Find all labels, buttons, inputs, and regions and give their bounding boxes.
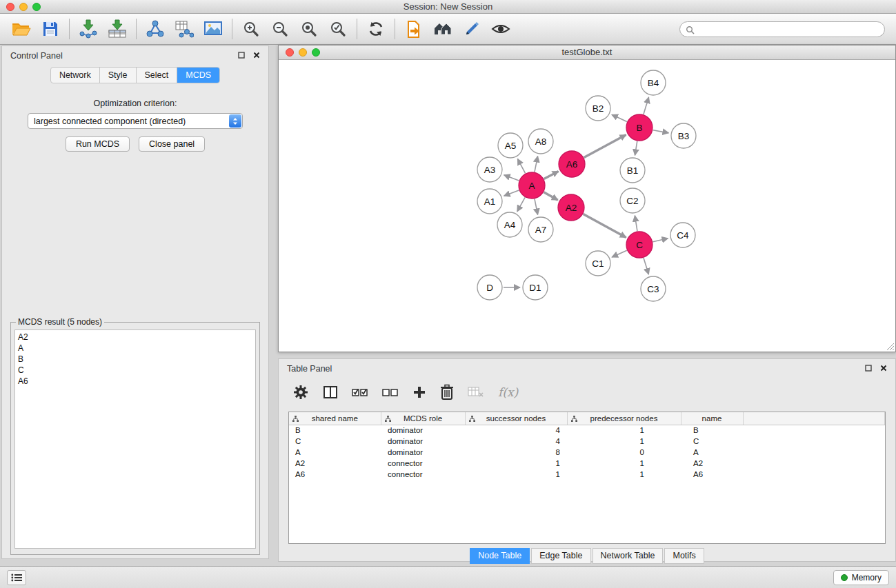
graph-edge-A-A3[interactable] [504,175,519,181]
node-table-cell[interactable]: 1 [567,458,681,469]
minimize-window-button[interactable] [19,3,28,11]
node-table-cell[interactable]: A6 [289,469,381,480]
graph-node-C1[interactable]: C1 [586,251,610,276]
graph-node-A3[interactable]: A3 [477,157,502,182]
column-header-predecessor-nodes[interactable]: predecessor nodes [567,412,681,425]
graph-edge-C-C4[interactable] [653,239,668,242]
graph-node-A[interactable]: A [519,172,545,199]
node-table-cell[interactable]: 1 [567,425,681,436]
clear-selection-button[interactable] [382,386,399,398]
equation-builder-button[interactable]: f(x) [498,385,518,399]
tab-select[interactable]: Select [137,68,178,83]
graph-node-C[interactable]: C [626,232,653,258]
mcds-result-item[interactable]: A2 [18,332,252,343]
new-network-button[interactable] [141,16,170,42]
node-table-cell[interactable]: B [289,425,381,436]
node-table-cell[interactable]: 1 [465,469,567,480]
graph-node-B4[interactable]: B4 [641,70,666,95]
zoom-selected-button[interactable] [323,16,352,42]
open-session-button[interactable] [7,16,36,42]
node-table-cell[interactable]: 8 [465,447,567,458]
graph-node-A7[interactable]: A7 [528,217,553,242]
graph-edge-B-B3[interactable] [653,130,669,133]
export-image-button[interactable] [199,16,228,42]
network-canvas[interactable]: B4B2BB3A5A8A6A3B1AC2A1A2A4A7C4CC1C3DD1 [279,60,895,352]
graph-edge-B-B1[interactable] [635,141,637,156]
first-neighbors-button[interactable] [399,16,428,42]
graph-node-A6[interactable]: A6 [559,151,585,177]
criterion-dropdown[interactable]: largest connected component (directed) [28,113,243,129]
graph-node-A5[interactable]: A5 [498,133,523,158]
tab-edge-table[interactable]: Edge Table [531,548,590,564]
tab-node-table[interactable]: Node Table [470,548,530,564]
import-table-button[interactable] [103,16,132,42]
node-table-cell[interactable]: A2 [289,458,381,469]
network-zoom-button[interactable] [312,48,320,57]
node-table-cell[interactable]: 1 [567,469,681,480]
zoom-fit-button[interactable] [295,16,323,42]
new-network-table-button[interactable] [170,16,199,42]
close-panel-icon[interactable] [253,51,260,61]
graph-node-A2[interactable]: A2 [558,194,584,221]
column-header-mcds-role[interactable]: MCDS role [381,412,465,425]
run-mcds-button[interactable]: Run MCDS [66,136,130,152]
node-table-row[interactable]: A2connector11A2 [289,458,885,469]
apply-layout-button[interactable] [361,16,390,42]
graph-edge-A-A2[interactable] [544,192,557,200]
node-table-cell[interactable]: dominator [381,436,465,447]
delete-columns-button[interactable] [440,384,454,401]
import-network-button[interactable] [74,16,103,42]
node-table-cell[interactable]: 1 [465,458,567,469]
node-table-cell[interactable]: dominator [381,425,465,436]
graph-node-A4[interactable]: A4 [497,212,522,237]
show-hide-button[interactable] [486,16,515,42]
close-window-button[interactable] [6,3,14,11]
node-table-cell[interactable]: 0 [567,447,681,458]
graph-node-A8[interactable]: A8 [528,129,553,154]
mcds-result-item[interactable]: C [18,365,252,376]
column-header-name[interactable]: name [681,412,743,425]
network-close-button[interactable] [286,48,294,57]
tab-network-table[interactable]: Network Table [593,548,664,564]
graph-edge-B-B2[interactable] [612,114,627,121]
graph-node-B3[interactable]: B3 [671,123,696,148]
graph-edge-A-A1[interactable] [504,190,519,196]
select-all-rows-button[interactable] [352,386,368,398]
memory-button[interactable]: Memory [833,570,889,585]
graph-edge-A2-C[interactable] [584,214,626,238]
graph-node-B[interactable]: B [626,114,653,141]
node-table-cell[interactable]: 4 [465,436,567,447]
float-table-panel-icon[interactable] [865,364,872,374]
graph-edge-A-A5[interactable] [517,159,525,173]
apply-style-button[interactable] [457,16,486,42]
show-all-networks-button[interactable] [428,16,457,42]
graph-edge-A-A6[interactable] [544,171,559,179]
graph-edge-A-A4[interactable] [517,197,525,211]
delete-table-button[interactable] [468,386,484,398]
node-table-cell[interactable]: 1 [567,436,681,447]
graph-node-B1[interactable]: B1 [620,158,645,183]
node-table-cell[interactable]: A2 [681,458,743,469]
zoom-out-button[interactable] [266,16,295,42]
graph-node-D1[interactable]: D1 [523,275,548,300]
close-panel-button[interactable]: Close panel [139,136,205,152]
graph-edge-C-C1[interactable] [612,250,627,257]
graph-edge-C-C2[interactable] [635,216,637,232]
tab-network[interactable]: Network [51,68,100,83]
mcds-result-list[interactable]: A2ABCA6 [14,330,256,549]
node-table-cell[interactable]: B [681,425,743,436]
zoom-in-button[interactable] [237,16,266,42]
resize-grip-icon[interactable] [886,343,895,351]
tab-style[interactable]: Style [100,68,137,83]
mcds-result-item[interactable]: A6 [18,376,252,387]
node-table-cell[interactable]: A [681,447,743,458]
graph-edge-B-B4[interactable] [644,97,649,114]
node-table-cell[interactable]: connector [381,469,465,480]
graph-edge-A-A7[interactable] [535,199,538,215]
network-graph[interactable]: B4B2BB3A5A8A6A3B1AC2A1A2A4A7C4CC1C3DD1 [279,60,895,352]
node-table-cell[interactable]: A6 [681,469,743,480]
graph-node-B2[interactable]: B2 [586,96,610,121]
graph-node-C2[interactable]: C2 [620,188,645,213]
tab-motifs[interactable]: Motifs [664,548,704,564]
node-table-cell[interactable]: A [289,447,381,458]
